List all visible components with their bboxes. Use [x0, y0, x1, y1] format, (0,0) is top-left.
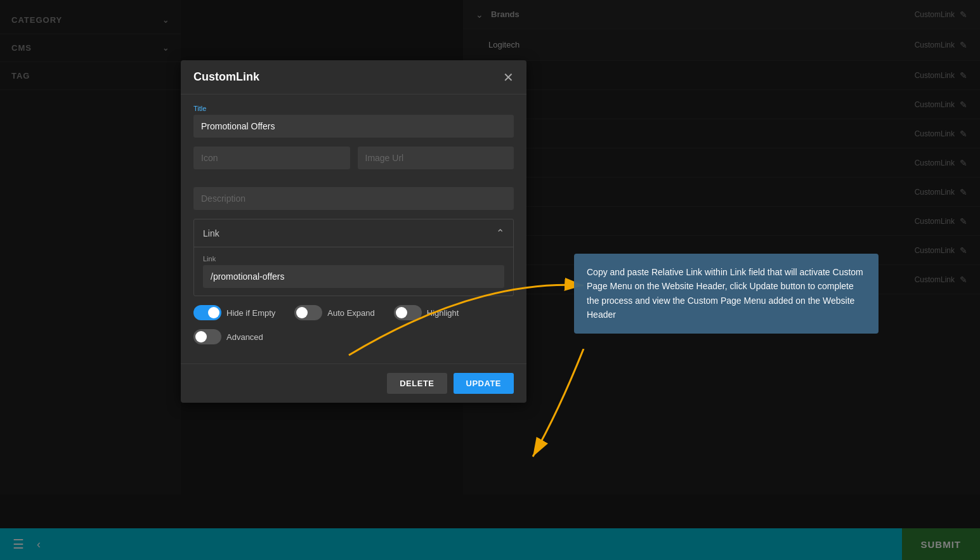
auto-expand-label: Auto Expand	[327, 308, 374, 318]
description-input[interactable]	[193, 187, 514, 210]
modal-close-button[interactable]: ✕	[503, 71, 514, 84]
callout-text: Copy and paste Relative Link within Link…	[587, 267, 863, 320]
update-button[interactable]: UPDATE	[454, 373, 514, 394]
advanced-label: Advanced	[226, 332, 263, 342]
icon-input[interactable]	[193, 147, 350, 169]
title-field-group: Title	[193, 105, 514, 138]
delete-button[interactable]: DELETE	[387, 373, 447, 394]
title-label: Title	[193, 105, 514, 112]
modal-header: CustomLink ✕	[181, 60, 526, 94]
title-input[interactable]	[193, 115, 514, 138]
modal-body: Title Link ⌃ Link	[181, 94, 526, 363]
hide-if-empty-label: Hide if Empty	[226, 308, 275, 318]
link-section: Link ⌃ Link	[193, 219, 514, 296]
icon-imageurl-row	[193, 147, 514, 178]
link-chevron-up-icon: ⌃	[496, 227, 504, 239]
advanced-toggle[interactable]: Advanced	[193, 329, 263, 344]
highlight-label: Highlight	[427, 308, 459, 318]
hide-if-empty-switch[interactable]	[193, 305, 221, 320]
advanced-switch[interactable]	[193, 329, 221, 344]
modal-footer: DELETE UPDATE	[181, 363, 526, 403]
link-body: Link	[194, 247, 513, 296]
hide-if-empty-toggle[interactable]: Hide if Empty	[193, 305, 275, 320]
modal-title: CustomLink	[193, 70, 259, 84]
imageurl-field-group	[358, 147, 514, 169]
callout-box: Copy and paste Relative Link within Link…	[574, 254, 879, 334]
toggles-row-2: Advanced	[193, 329, 514, 344]
link-section-label: Link	[203, 228, 219, 238]
link-field-label: Link	[203, 255, 504, 263]
link-section-header[interactable]: Link ⌃	[194, 219, 513, 247]
auto-expand-toggle[interactable]: Auto Expand	[294, 305, 374, 320]
toggles-row-1: Hide if Empty Auto Expand Highlight	[193, 305, 514, 320]
icon-field-group	[193, 147, 350, 169]
link-input[interactable]	[203, 265, 504, 288]
imageurl-input[interactable]	[358, 147, 514, 169]
description-field-group	[193, 187, 514, 210]
auto-expand-switch[interactable]	[294, 305, 322, 320]
customlink-modal: CustomLink ✕ Title Link ⌃	[181, 60, 526, 403]
highlight-toggle[interactable]: Highlight	[394, 305, 459, 320]
highlight-switch[interactable]	[394, 305, 422, 320]
